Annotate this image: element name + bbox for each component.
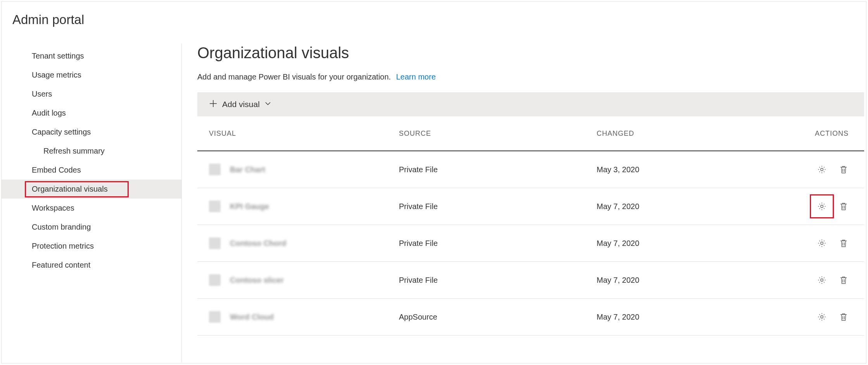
gear-icon[interactable]: [817, 275, 827, 285]
sidebar-item-protection-metrics[interactable]: Protection metrics: [2, 237, 181, 256]
col-header-actions: ACTIONS: [790, 130, 849, 138]
sidebar-item-custom-branding[interactable]: Custom branding: [2, 218, 181, 237]
add-visual-button[interactable]: Add visual: [209, 99, 271, 110]
visual-cell: Contoso slicer: [209, 274, 399, 286]
gear-icon[interactable]: [817, 312, 827, 322]
changed-cell: May 7, 2020: [597, 313, 790, 322]
sidebar-item-capacity-settings[interactable]: Capacity settings: [2, 123, 181, 142]
main-content: Organizational visuals Add and manage Po…: [182, 43, 866, 362]
sidebar-item-tenant-settings[interactable]: Tenant settings: [2, 47, 181, 66]
table-row: Word CloudAppSourceMay 7, 2020: [197, 299, 864, 336]
visual-name[interactable]: Contoso slicer: [230, 276, 284, 285]
sidebar-item-usage-metrics[interactable]: Usage metrics: [2, 66, 181, 85]
learn-more-link[interactable]: Learn more: [396, 73, 436, 81]
visual-name[interactable]: Contoso Chord: [230, 239, 286, 248]
visual-cell: Bar Chart: [209, 164, 399, 175]
changed-cell: May 7, 2020: [597, 202, 790, 211]
source-cell: Private File: [399, 239, 597, 248]
svg-point-1: [821, 205, 823, 208]
table-row: KPI GaugePrivate FileMay 7, 2020: [197, 188, 864, 225]
visual-thumbnail-icon: [209, 201, 221, 212]
gear-icon[interactable]: [817, 164, 827, 175]
visual-cell: KPI Gauge: [209, 201, 399, 212]
svg-point-0: [821, 168, 823, 171]
visual-thumbnail-icon: [209, 274, 221, 286]
add-visual-label: Add visual: [222, 100, 260, 109]
page-title: Organizational visuals: [197, 44, 866, 62]
gear-icon[interactable]: [817, 238, 827, 248]
visual-thumbnail-icon: [209, 311, 221, 323]
visual-name[interactable]: Bar Chart: [230, 165, 265, 174]
sidebar-item-users[interactable]: Users: [2, 85, 181, 104]
svg-point-2: [821, 242, 823, 244]
actions-cell: [790, 238, 849, 248]
trash-icon[interactable]: [839, 275, 849, 285]
source-cell: Private File: [399, 276, 597, 285]
col-header-changed[interactable]: CHANGED: [597, 130, 790, 138]
col-header-visual[interactable]: VISUAL: [209, 130, 399, 138]
source-cell: Private File: [399, 202, 597, 211]
source-cell: AppSource: [399, 313, 597, 322]
trash-icon[interactable]: [839, 164, 849, 175]
toolbar: Add visual: [197, 92, 864, 116]
visual-name[interactable]: KPI Gauge: [230, 202, 269, 211]
sidebar-item-organizational-visuals[interactable]: Organizational visuals: [2, 180, 181, 199]
page-description: Add and manage Power BI visuals for your…: [197, 73, 866, 81]
portal-title: Admin portal: [2, 2, 866, 27]
trash-icon[interactable]: [839, 238, 849, 248]
svg-point-3: [821, 279, 823, 281]
changed-cell: May 3, 2020: [597, 165, 790, 174]
table-row: Contoso ChordPrivate FileMay 7, 2020: [197, 225, 864, 262]
visual-thumbnail-icon: [209, 237, 221, 249]
visual-thumbnail-icon: [209, 164, 221, 175]
sidebar-item-refresh-summary[interactable]: Refresh summary: [2, 142, 181, 161]
visual-name[interactable]: Word Cloud: [230, 313, 274, 322]
svg-point-4: [821, 316, 823, 318]
table-row: Bar ChartPrivate FileMay 3, 2020: [197, 151, 864, 188]
visual-cell: Word Cloud: [209, 311, 399, 323]
visual-cell: Contoso Chord: [209, 237, 399, 249]
actions-cell: [790, 312, 849, 322]
col-header-source[interactable]: SOURCE: [399, 130, 597, 138]
trash-icon[interactable]: [839, 201, 849, 211]
trash-icon[interactable]: [839, 312, 849, 322]
sidebar-item-workspaces[interactable]: Workspaces: [2, 199, 181, 218]
sidebar-item-featured-content[interactable]: Featured content: [2, 256, 181, 275]
actions-cell: [790, 164, 849, 175]
page-description-text: Add and manage Power BI visuals for your…: [197, 73, 391, 81]
table-row: Contoso slicerPrivate FileMay 7, 2020: [197, 262, 864, 299]
sidebar-item-embed-codes[interactable]: Embed Codes: [2, 161, 181, 180]
sidebar: Tenant settingsUsage metricsUsersAudit l…: [2, 43, 182, 362]
source-cell: Private File: [399, 165, 597, 174]
plus-icon: [209, 99, 217, 110]
actions-cell: [790, 201, 849, 211]
gear-icon[interactable]: [817, 201, 827, 211]
actions-cell: [790, 275, 849, 285]
selection-highlight: [25, 181, 129, 197]
table-header: VISUAL SOURCE CHANGED ACTIONS: [197, 116, 864, 151]
changed-cell: May 7, 2020: [597, 239, 790, 248]
changed-cell: May 7, 2020: [597, 276, 790, 285]
visuals-table: VISUAL SOURCE CHANGED ACTIONS Bar ChartP…: [197, 116, 864, 336]
chevron-down-icon: [264, 100, 271, 109]
sidebar-item-audit-logs[interactable]: Audit logs: [2, 104, 181, 123]
